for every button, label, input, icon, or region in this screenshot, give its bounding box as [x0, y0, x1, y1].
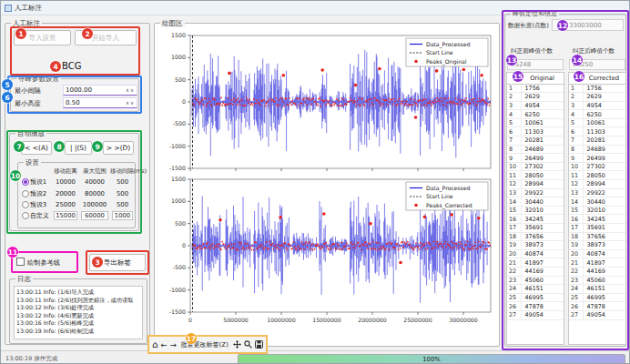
table-row[interactable]: 824689 — [569, 145, 625, 154]
table-row[interactable]: 2345060 — [569, 276, 625, 285]
table-row[interactable]: 720281 — [507, 136, 564, 146]
table-row[interactable]: 611303 — [507, 127, 564, 136]
annotation-badge-6: 6 — [2, 92, 13, 103]
peaks-info-panel: 峰值定位和信息 数据长度(点数) 33003000 纠正前峰值个数 纠正后峰值个… — [504, 14, 626, 347]
annotation-badge-7: 7 — [14, 141, 25, 152]
table-row[interactable]: 1329922 — [507, 188, 564, 197]
table-row[interactable]: 1027302 — [507, 162, 564, 171]
table-row[interactable]: 1128050 — [569, 171, 625, 180]
table-row[interactable]: 2141897 — [507, 258, 564, 268]
before-count-label: 纠正前峰值个数 — [511, 47, 553, 56]
table-row[interactable]: 46250 — [507, 110, 564, 119]
home-icon[interactable]: ⌂ — [152, 340, 158, 349]
table-row[interactable]: 11756 — [569, 84, 625, 93]
table-row[interactable]: 510061 — [569, 118, 625, 127]
table-row[interactable]: 2546995 — [569, 293, 625, 302]
table-row[interactable]: 1532010 — [507, 206, 564, 215]
custom-value-input[interactable]: 60000 — [81, 211, 108, 220]
back-icon[interactable]: ← — [160, 340, 167, 349]
pan-icon[interactable] — [233, 340, 241, 349]
table-row[interactable]: 926499 — [507, 154, 564, 163]
table-row[interactable]: 1634245 — [507, 215, 564, 224]
table-row[interactable]: 1837656 — [507, 232, 564, 241]
draw-reference-label: 绘制参考线 — [27, 258, 60, 268]
plot-top[interactable]: 150010005000-500-1000-1500Data_Processed… — [158, 28, 498, 174]
preset-radio[interactable] — [22, 212, 29, 219]
autoplay-next-button[interactable]: > >(D) — [103, 141, 134, 155]
min-height-spinbox[interactable]: 0.50 ∧∨ — [63, 97, 137, 108]
table-row[interactable]: 2446151 — [507, 285, 564, 294]
table-row[interactable]: 1938973 — [507, 241, 564, 250]
table-row[interactable]: 34954 — [569, 101, 625, 110]
table-row[interactable]: 46250 — [569, 110, 625, 119]
table-row[interactable]: 1228994 — [569, 180, 625, 189]
table-row[interactable]: 2749054 — [507, 310, 564, 319]
table-row[interactable]: 1430440 — [507, 197, 564, 207]
table-row[interactable]: 22629 — [507, 93, 564, 102]
preset-value: 100000 — [79, 201, 110, 208]
table-row[interactable]: 2647878 — [507, 302, 564, 311]
table-row[interactable]: 1938973 — [569, 241, 625, 250]
spinner-arrows-icon[interactable]: ∧∨ — [126, 100, 135, 106]
log-line: 13:00:19 Info: (6/6)绘制完成 — [16, 328, 140, 336]
table-row[interactable]: 611303 — [569, 127, 625, 136]
table-row[interactable]: 2141897 — [569, 258, 625, 268]
table-row[interactable]: 510061 — [507, 118, 564, 127]
original-peaks-table[interactable]: Original11756226293495446250510061611303… — [506, 72, 564, 345]
spinner-arrows-icon[interactable]: ∧∨ — [126, 87, 135, 93]
preset-radio[interactable] — [22, 178, 29, 186]
log-line: 13:00:11 Info: (1/6)导入完成 — [16, 288, 140, 297]
custom-value-input[interactable]: 15000 — [54, 211, 77, 220]
peak-params-label: 寻峰参数设置 — [16, 75, 61, 83]
table-row[interactable]: 1329922 — [569, 188, 625, 197]
table-row[interactable]: 22629 — [569, 93, 625, 102]
table-row[interactable]: 1634245 — [569, 215, 625, 224]
table-row[interactable]: 1128050 — [507, 171, 564, 180]
min-height-label: 最小高度 — [15, 99, 41, 108]
table-row[interactable]: 2244169 — [569, 267, 625, 276]
zoom-icon[interactable] — [244, 340, 252, 349]
table-row[interactable]: 2040874 — [507, 249, 564, 258]
annotation-badge-17: 17 — [186, 333, 197, 344]
manual-annotation-panel: 人工标注 导入设置 开始导入 BCG 寻峰参数设置 最小间隔 1000.00 ∧… — [5, 23, 150, 345]
plot-bottom[interactable]: 150010005000-500-1000-150005000000100000… — [158, 176, 498, 339]
log-label: 日志 — [15, 275, 33, 283]
table-row[interactable]: 926499 — [569, 154, 625, 163]
svg-text:0: 0 — [182, 242, 186, 248]
table-row[interactable]: 2244169 — [507, 267, 564, 276]
autoplay-prev-button[interactable]: < <(A) — [21, 141, 52, 155]
log-line: 13:00:12 Info: (3/6)处理完成 — [16, 304, 140, 312]
preset-label: 自定义 — [30, 211, 52, 220]
svg-text:500: 500 — [175, 220, 186, 227]
table-row[interactable]: 2446151 — [569, 285, 625, 294]
table-row[interactable]: 1837656 — [569, 232, 625, 241]
autoplay-pause-button[interactable]: | |(S) — [65, 141, 92, 155]
table-row[interactable]: 34954 — [507, 101, 564, 110]
table-row[interactable]: 824689 — [507, 145, 564, 154]
corrected-peaks-table[interactable]: Corrected1175622629349544625051006161130… — [568, 72, 626, 345]
table-row[interactable]: 2345060 — [507, 276, 564, 285]
table-row[interactable]: 2749054 — [569, 310, 625, 319]
preset-radio[interactable] — [22, 201, 29, 208]
table-row[interactable]: 1532010 — [569, 206, 625, 215]
log-output[interactable]: 13:00:11 Info: (1/6)导入完成13:00:11 Info: (… — [14, 286, 143, 339]
preset-radio[interactable] — [22, 190, 29, 197]
annotation-badge-1: 1 — [15, 28, 26, 39]
table-row[interactable]: 2040874 — [569, 249, 625, 258]
forward-icon[interactable]: → — [169, 340, 176, 349]
table-row[interactable]: 1430440 — [569, 197, 625, 207]
draw-reference-checkbox[interactable] — [16, 258, 25, 266]
table-row[interactable]: 720281 — [569, 136, 625, 146]
table-row[interactable]: 11756 — [507, 84, 564, 93]
table-row[interactable]: 2647878 — [569, 302, 625, 311]
annotation-badge-10: 10 — [10, 170, 21, 181]
table-row[interactable]: 2546995 — [507, 293, 564, 302]
custom-value-input[interactable]: 1000 — [112, 211, 133, 220]
table-row[interactable]: 1027302 — [569, 162, 625, 171]
min-interval-spinbox[interactable]: 1000.00 ∧∨ — [63, 85, 137, 96]
table-row[interactable]: 1228994 — [507, 180, 564, 189]
save-icon[interactable] — [255, 340, 263, 349]
annotation-badge-13: 13 — [506, 55, 517, 66]
table-row[interactable]: 1735691 — [507, 224, 564, 233]
table-row[interactable]: 1735691 — [569, 224, 625, 233]
